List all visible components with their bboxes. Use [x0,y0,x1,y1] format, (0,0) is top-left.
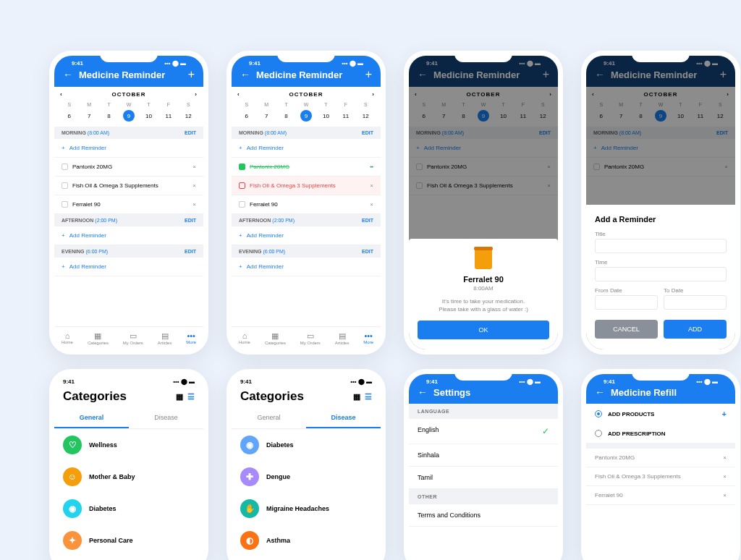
grid-view-icon[interactable]: ▦ [353,392,360,402]
close-icon[interactable]: × [370,164,373,170]
add-icon[interactable]: + [188,68,195,81]
close-icon[interactable]: × [723,473,727,480]
tab-home[interactable]: ⌂Home [62,331,73,345]
radio-selected-icon [595,410,602,417]
add-prescription-option[interactable]: ADD PRESCRIPTION [586,424,735,443]
alert-time: 8:00AM [418,285,549,292]
edit-button[interactable]: EDIT [185,218,196,223]
from-date-input[interactable] [595,295,658,310]
tab-categories[interactable]: ▦Categories [88,331,109,345]
tab-bar: ⌂Home ▦Categories ▭My Orders ▤Articles •… [54,326,203,349]
page-title: Categories [63,389,127,404]
add-icon[interactable]: + [365,68,372,81]
status-time: 9:41 [72,60,83,67]
pill-bottle-icon [475,249,492,269]
back-icon[interactable]: ← [595,386,605,398]
checkbox-icon[interactable] [62,201,68,208]
category-item[interactable]: ◐Asthma [232,525,381,556]
status-icons: ••• ⬤ ▬ [164,60,186,67]
grid-view-icon[interactable]: ▦ [176,392,183,402]
med-item[interactable]: Fish Oil & Omega 3 Supplements× [54,177,203,195]
page-title: Medicine Refill [611,387,727,398]
checkbox-icon[interactable] [62,182,68,189]
phone-alert-modal: 9:41••• ⬤ ▬ ←Medicine Reminder+ ‹OCTOBER… [404,51,563,355]
refill-item[interactable]: Fish Oil & Omega 3 Supplements× [586,467,735,486]
page-title: Medicine Reminder [79,69,182,80]
refill-item[interactable]: Pantonix 20MG× [586,449,735,467]
category-item[interactable]: ◉Diabetes [54,493,203,525]
category-item[interactable]: ☺Mother & Baby [54,461,203,493]
prev-month-icon[interactable]: ‹ [60,91,63,98]
radio-icon [595,430,602,437]
med-item-done[interactable]: Pantonix 20MG× [232,158,381,177]
close-icon[interactable]: × [192,182,196,189]
close-icon[interactable]: × [723,492,727,499]
refill-item[interactable]: Ferralet 90× [586,486,735,505]
sheet-title: Add a Reminder [595,215,727,224]
terms-link[interactable]: Terms and Conditions [409,504,558,527]
tab-orders[interactable]: ▭My Orders [123,331,143,345]
plus-icon[interactable]: + [722,410,727,418]
category-item[interactable]: ✋Migraine Headaches [232,493,381,525]
heart-icon: ♡ [63,436,82,454]
close-icon[interactable]: × [723,454,727,461]
checkbox-checked-icon[interactable] [239,164,245,170]
phone-medicine-refill: 9:41••• ⬤ ▬ ←Medicine Refill ADD PRODUCT… [581,369,740,560]
language-option[interactable]: Tamil [409,467,558,489]
personal-care-icon: ✦ [63,531,82,550]
list-view-icon[interactable]: ☰ [365,392,372,402]
checkbox-icon[interactable] [62,164,68,170]
tab-disease[interactable]: Disease [129,408,203,428]
close-icon[interactable]: × [192,201,196,208]
cancel-button[interactable]: CANCEL [595,320,658,339]
check-icon: ✓ [542,426,549,436]
title-input[interactable] [595,239,727,253]
migraine-icon: ✋ [240,499,259,518]
tab-general[interactable]: General [54,408,129,428]
med-item[interactable]: Pantonix 20MG× [54,158,203,177]
language-option[interactable]: English✓ [409,419,558,444]
close-icon[interactable]: × [192,164,196,170]
list-view-icon[interactable]: ☰ [187,392,195,402]
edit-button[interactable]: EDIT [185,130,196,135]
checkbox-icon[interactable] [239,182,245,189]
to-date-input[interactable] [664,295,727,310]
med-item[interactable]: Ferralet 90× [232,195,381,214]
back-icon[interactable]: ← [63,69,73,80]
add-button[interactable]: ADD [664,320,727,339]
back-icon[interactable]: ← [418,386,428,398]
add-reminder-button[interactable]: +Add Reminder [54,226,203,245]
add-products-option[interactable]: ADD PRODUCTS+ [586,404,735,424]
time-input[interactable] [595,267,727,281]
language-option[interactable]: Sinhala [409,444,558,467]
tab-more[interactable]: •••More [186,331,196,345]
tab-disease[interactable]: Disease [306,408,381,428]
category-item[interactable]: ✚Dengue [232,461,381,493]
baby-icon: ☺ [63,467,82,486]
category-item[interactable]: ✦Personal Care [54,525,203,556]
add-reminder-button[interactable]: +Add Reminder [54,139,203,158]
alert-med-name: Ferralet 90 [418,275,549,284]
edit-button[interactable]: EDIT [185,249,196,254]
tab-general[interactable]: General [232,408,306,428]
med-item-missed[interactable]: Fish Oil & Omega 3 Supplements× [232,177,381,195]
medication-alert-modal: Ferralet 90 8:00AM It's time to take you… [409,239,558,349]
add-reminder-button[interactable]: +Add Reminder [232,139,381,158]
tab-articles[interactable]: ▤Articles [158,331,172,345]
add-reminder-button[interactable]: +Add Reminder [54,258,203,276]
diabetes-icon: ◉ [240,436,259,454]
next-month-icon[interactable]: › [195,91,198,98]
asthma-icon: ◐ [240,531,259,550]
month-label: OCTOBER [112,91,146,98]
close-icon[interactable]: × [370,182,373,189]
section-header: LANGUAGE [409,404,558,419]
category-item[interactable]: ♡Wellness [54,429,203,461]
phone-categories-general: 9:41••• ⬤ ▬ Categories▦☰ GeneralDisease … [49,369,208,560]
med-item[interactable]: Ferralet 90× [54,195,203,214]
phone-settings: 9:41••• ⬤ ▬ ←Settings LANGUAGE English✓ … [404,369,563,560]
category-item[interactable]: ◉Diabetes [232,429,381,461]
selected-date[interactable]: 9 [123,110,135,122]
back-icon[interactable]: ← [240,69,250,80]
phone-add-reminder-sheet: 9:41••• ⬤ ▬ ←Medicine Reminder+ ‹OCTOBER… [581,51,740,355]
ok-button[interactable]: OK [418,321,549,339]
